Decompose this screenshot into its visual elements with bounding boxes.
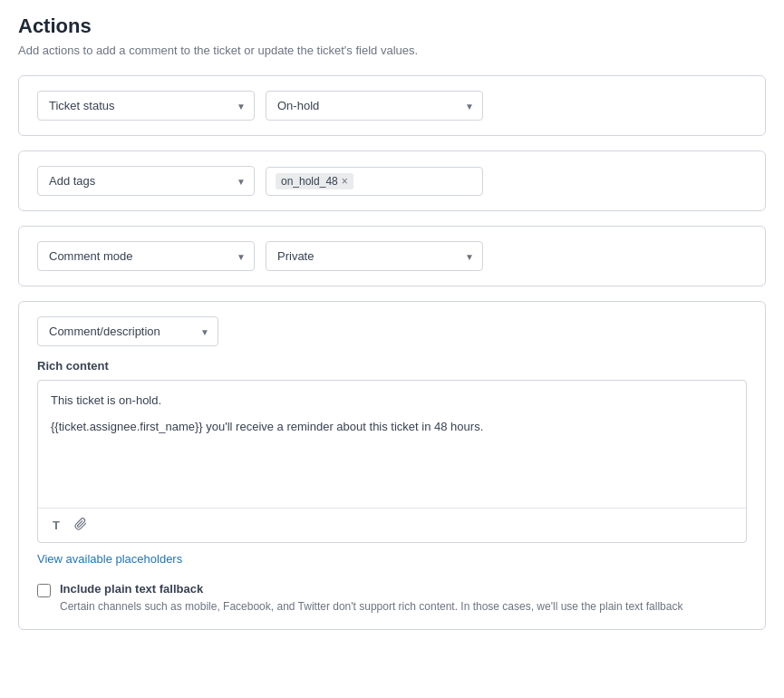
ticket-status-value-select-wrapper: Open Pending On-hold Solved ▼: [266, 91, 483, 121]
view-placeholders-link[interactable]: View available placeholders: [37, 552, 182, 566]
comment-description-section: Comment/description Subject Priority ▼ R…: [18, 301, 766, 630]
add-tags-row: Add tags Remove tags Set tags ▼ on_hold_…: [18, 150, 766, 211]
include-plain-text-checkbox[interactable]: [37, 584, 51, 597]
tag-input-container[interactable]: on_hold_48 ×: [266, 167, 483, 196]
attach-file-button[interactable]: [71, 516, 91, 535]
page-title: Actions: [18, 15, 766, 38]
comment-dropdown-row: Comment/description Subject Priority ▼: [37, 316, 747, 346]
editor-line2: {{ticket.assignee.first_name}} you'll re…: [51, 418, 733, 437]
ticket-status-row: Ticket status Priority Assignee Group ▼ …: [18, 75, 766, 136]
text-format-button[interactable]: T: [49, 517, 63, 534]
comment-description-select[interactable]: Comment/description Subject Priority: [37, 316, 218, 346]
comment-mode-value-select[interactable]: Public Private: [266, 241, 483, 271]
comment-description-select-wrapper: Comment/description Subject Priority ▼: [37, 316, 218, 346]
rich-editor-toolbar: T: [38, 508, 746, 542]
ticket-status-select[interactable]: Ticket status Priority Assignee Group: [37, 91, 255, 121]
comment-mode-row: Comment mode Subject Priority ▼ Public P…: [18, 226, 766, 286]
paperclip-icon: [74, 518, 87, 533]
editor-line1: This ticket is on-hold.: [51, 392, 733, 411]
tag-chip-on-hold-48: on_hold_48 ×: [276, 173, 353, 189]
ticket-status-select-wrapper: Ticket status Priority Assignee Group ▼: [37, 91, 255, 121]
tag-label: on_hold_48: [281, 175, 338, 188]
rich-content-label: Rich content: [37, 359, 747, 373]
ticket-status-value-select[interactable]: Open Pending On-hold Solved: [266, 91, 483, 121]
checkbox-label-container: Include plain text fallback Certain chan…: [60, 582, 682, 615]
rich-editor: This ticket is on-hold. {{ticket.assigne…: [37, 380, 747, 543]
comment-mode-select[interactable]: Comment mode Subject Priority: [37, 241, 255, 271]
text-icon: T: [53, 519, 60, 532]
comment-mode-select-wrapper: Comment mode Subject Priority ▼: [37, 241, 255, 271]
include-plain-text-row: Include plain text fallback Certain chan…: [37, 582, 747, 615]
add-tags-select[interactable]: Add tags Remove tags Set tags: [37, 166, 255, 196]
checkbox-label-desc: Certain channels such as mobile, Faceboo…: [60, 598, 682, 615]
page-subtitle: Add actions to add a comment to the tick…: [18, 44, 766, 57]
checkbox-label-title: Include plain text fallback: [60, 582, 682, 596]
comment-mode-value-select-wrapper: Public Private ▼: [266, 241, 483, 271]
rich-editor-body[interactable]: This ticket is on-hold. {{ticket.assigne…: [38, 381, 746, 508]
tag-remove-icon[interactable]: ×: [342, 176, 348, 187]
add-tags-select-wrapper: Add tags Remove tags Set tags ▼: [37, 166, 255, 196]
